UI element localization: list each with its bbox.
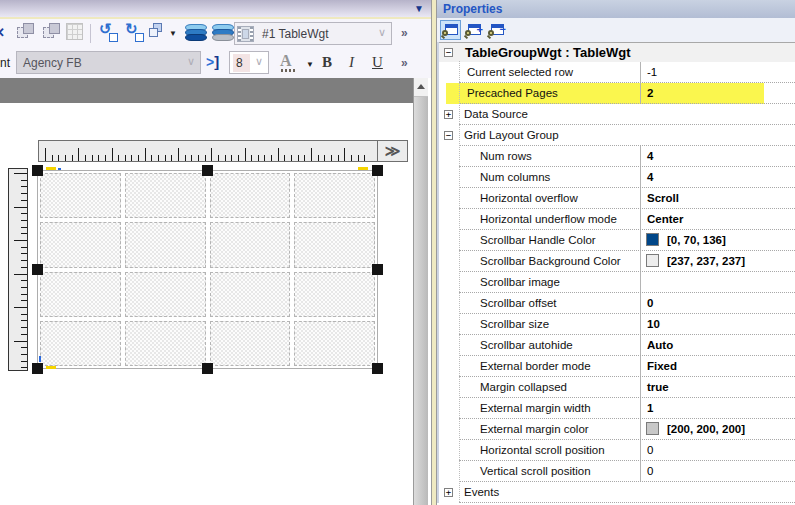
- expand-icon[interactable]: +: [444, 110, 453, 119]
- property-row[interactable]: Margin collapsedtrue: [439, 377, 795, 398]
- table-cell[interactable]: [210, 222, 291, 267]
- chevron-down-icon[interactable]: ∨: [378, 26, 386, 39]
- property-value[interactable]: 0: [647, 465, 653, 477]
- property-row[interactable]: Vertical scroll position0: [439, 461, 795, 482]
- property-row[interactable]: Scrollbar offset0: [439, 293, 795, 314]
- property-row[interactable]: Horizontal scroll position0: [439, 440, 795, 461]
- editor-area: ▼ ✕ ↺ ↻: [0, 0, 431, 505]
- property-row[interactable]: External margin color[200, 200, 200]: [439, 419, 795, 440]
- ungroup-front-shape: [49, 23, 60, 34]
- rotate-right-icon[interactable]: ↻: [125, 23, 145, 43]
- property-label: External margin width: [480, 402, 591, 414]
- property-row[interactable]: Scrollbar Background Color[237, 237, 237…: [439, 251, 795, 272]
- canvas-vertical-scrollbar[interactable]: [413, 78, 428, 505]
- property-remove-view-button[interactable]: −: [486, 20, 507, 40]
- property-value[interactable]: Fixed: [647, 360, 677, 372]
- ruler-chevron-icon[interactable]: ≫: [377, 140, 408, 162]
- table-cell[interactable]: [40, 222, 121, 267]
- toolbar-overflow-icon[interactable]: »: [401, 26, 408, 40]
- arrange-objects-icon[interactable]: [149, 23, 165, 39]
- property-value[interactable]: true: [647, 381, 669, 393]
- collapse-icon[interactable]: −: [444, 48, 453, 57]
- property-row[interactable]: Scrollbar image: [439, 272, 795, 293]
- font-color-letter: A: [280, 52, 292, 69]
- bold-button[interactable]: B: [322, 54, 332, 71]
- table-cell[interactable]: [40, 272, 121, 317]
- italic-button[interactable]: I: [349, 54, 354, 71]
- ungroup-icon[interactable]: [43, 23, 61, 39]
- property-value[interactable]: [0, 70, 136]: [667, 234, 726, 246]
- property-value[interactable]: 4: [647, 150, 653, 162]
- property-label: Scrollbar Background Color: [480, 255, 621, 267]
- property-value[interactable]: Scroll: [647, 192, 679, 204]
- widget-selector[interactable]: #1 TableWgt ∨: [234, 22, 392, 45]
- property-group-row[interactable]: +Data Source: [439, 104, 795, 125]
- property-row[interactable]: Scrollbar size10: [439, 314, 795, 335]
- property-row[interactable]: Current selected row-1: [439, 62, 795, 83]
- property-row[interactable]: Scrollbar Handle Color[0, 70, 136]: [439, 230, 795, 251]
- table-cell[interactable]: [294, 222, 375, 267]
- rotate-left-icon[interactable]: ↺: [99, 23, 119, 43]
- table-cell[interactable]: [294, 272, 375, 317]
- table-cell[interactable]: [125, 272, 206, 317]
- bring-to-front-icon[interactable]: [185, 23, 207, 41]
- property-value[interactable]: 2: [647, 87, 653, 99]
- cut-icon[interactable]: ✕: [0, 25, 5, 40]
- property-label: Margin collapsed: [480, 381, 567, 393]
- table-cell[interactable]: [40, 321, 121, 366]
- property-value[interactable]: [200, 200, 200]: [667, 423, 745, 435]
- property-row[interactable]: Num rows4: [439, 146, 795, 167]
- property-row[interactable]: Num columns4: [439, 167, 795, 188]
- property-row[interactable]: Horizontal underflow modeCenter: [439, 209, 795, 230]
- table-cell[interactable]: [210, 272, 291, 317]
- property-value[interactable]: Auto: [647, 339, 673, 351]
- chevron-down-icon[interactable]: ∨: [187, 55, 195, 68]
- property-add-view-button[interactable]: +: [463, 20, 484, 40]
- group-icon[interactable]: [17, 23, 35, 39]
- table-cell[interactable]: [294, 321, 375, 366]
- property-value[interactable]: 1: [647, 402, 653, 414]
- property-row[interactable]: External margin width1: [439, 398, 795, 419]
- font-color-dropdown-icon[interactable]: ▼: [306, 60, 314, 69]
- font-size-combobox[interactable]: 8 ∨: [229, 51, 269, 74]
- property-row[interactable]: External border modeFixed: [439, 356, 795, 377]
- collapse-icon[interactable]: −: [444, 131, 453, 140]
- property-row[interactable]: Horizontal overflowScroll: [439, 188, 795, 209]
- property-view-button[interactable]: [440, 20, 461, 40]
- property-value[interactable]: 10: [647, 318, 660, 330]
- table-cell[interactable]: [125, 173, 206, 218]
- magnifier-icon: [442, 30, 448, 36]
- scroll-up-button[interactable]: [414, 78, 428, 97]
- property-label: Events: [464, 486, 499, 498]
- font-name-combobox[interactable]: Agency FB ∨: [16, 51, 201, 74]
- property-value[interactable]: -1: [647, 66, 657, 78]
- property-group-row[interactable]: +Events: [439, 482, 795, 503]
- toolbar-overflow-icon[interactable]: »: [401, 56, 408, 70]
- property-value[interactable]: 4: [647, 171, 653, 183]
- table-cell[interactable]: [210, 321, 291, 366]
- table-cell[interactable]: [294, 173, 375, 218]
- send-to-back-icon[interactable]: [212, 23, 234, 41]
- property-value[interactable]: 0: [647, 444, 653, 456]
- property-row[interactable]: Precached Pages2: [439, 83, 795, 104]
- chevron-down-icon[interactable]: ∨: [255, 55, 263, 68]
- expand-icon[interactable]: +: [444, 488, 453, 497]
- property-group-header[interactable]: − TableGroupWgt : TableWgt: [439, 42, 795, 62]
- table-cell[interactable]: [40, 173, 121, 218]
- grid-toggle-icon[interactable]: [66, 23, 83, 40]
- property-value[interactable]: [237, 237, 237]: [667, 255, 745, 267]
- table-cell[interactable]: [125, 222, 206, 267]
- table-widget[interactable]: [37, 170, 378, 369]
- arrange-dropdown-icon[interactable]: ▼: [169, 29, 177, 38]
- property-group-row[interactable]: −Grid Layout Group: [439, 125, 795, 146]
- font-color-button[interactable]: A: [280, 52, 300, 72]
- property-value[interactable]: 0: [647, 297, 653, 309]
- hmi-editor-window: ▼ ✕ ↺ ↻: [0, 0, 795, 505]
- property-row[interactable]: Scrollbar autohideAuto: [439, 335, 795, 356]
- apply-font-icon[interactable]: >]: [206, 53, 219, 70]
- table-cell[interactable]: [125, 321, 206, 366]
- table-cell[interactable]: [210, 173, 291, 218]
- toolbar-options-dropdown-icon[interactable]: ▼: [414, 3, 424, 14]
- property-value[interactable]: Center: [647, 213, 683, 225]
- underline-button[interactable]: U: [372, 54, 383, 71]
